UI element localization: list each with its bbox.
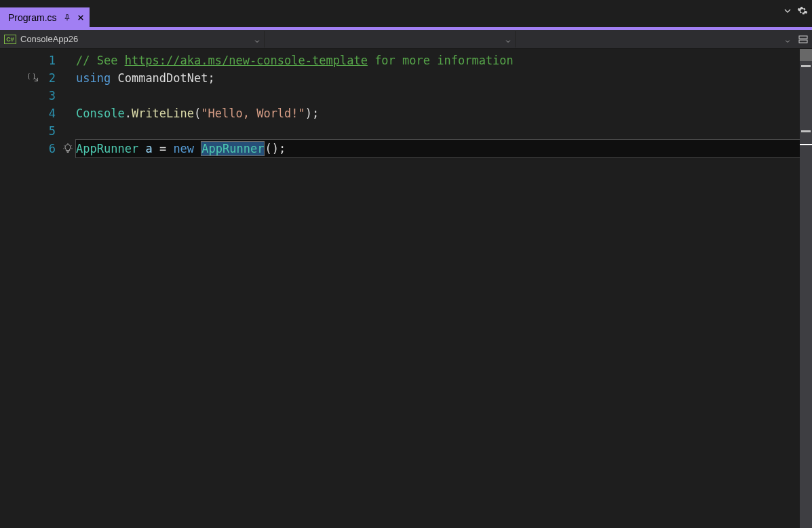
split-editor-icon[interactable] <box>797 33 809 45</box>
line-number: 5 <box>23 122 56 140</box>
chevron-down-icon <box>785 36 790 46</box>
chevron-down-icon <box>254 36 260 46</box>
scope-selector[interactable]: C# ConsoleApp26 <box>0 31 265 48</box>
tab-strip: Program.cs <box>0 0 812 27</box>
tab-program-cs[interactable]: Program.cs <box>0 7 90 27</box>
navigation-bar: C# ConsoleApp26 <box>0 30 812 49</box>
lightbulb-icon[interactable] <box>60 140 76 157</box>
overview-mark <box>801 65 811 67</box>
window-menu-icon[interactable] <box>784 7 792 17</box>
csharp-badge-icon: C# <box>4 35 16 44</box>
editor-window: Program.cs C# ConsoleApp26 <box>0 0 812 528</box>
line-number: 1 <box>23 52 56 69</box>
code-line[interactable] <box>76 122 800 140</box>
overview-mark <box>801 130 811 132</box>
template-link[interactable]: https://aka.ms/new-console-template <box>125 54 368 67</box>
brace-icon: { } <box>27 71 39 85</box>
caret-position-mark <box>800 144 812 145</box>
close-icon[interactable] <box>77 14 84 21</box>
vertical-scrollbar[interactable] <box>800 49 812 528</box>
line-number: 6 <box>23 140 56 157</box>
outline-margin: { } <box>0 49 23 528</box>
line-number-gutter: 1 2 3 4 5 6 <box>23 49 60 528</box>
selection: AppRunner <box>201 141 265 156</box>
code-editor[interactable]: { } 1 2 3 4 5 6 // See https://aka.ms/ne… <box>0 49 812 528</box>
code-line[interactable] <box>76 87 800 105</box>
chevron-down-icon <box>505 36 511 46</box>
svg-rect-1 <box>799 40 807 43</box>
code-line[interactable]: // See https://aka.ms/new-console-templa… <box>76 52 800 69</box>
code-line[interactable]: Console.WriteLine("Hello, World!"); <box>76 105 800 122</box>
glyph-margin <box>60 49 76 528</box>
tab-title: Program.cs <box>8 12 57 23</box>
code-area[interactable]: // See https://aka.ms/new-console-templa… <box>76 49 800 528</box>
code-line-current[interactable]: AppRunner a = new AppRunner(); <box>76 140 800 157</box>
member-selector[interactable] <box>516 31 794 48</box>
scroll-up-button[interactable] <box>800 49 812 61</box>
svg-rect-0 <box>799 36 807 39</box>
line-number: 3 <box>23 87 56 105</box>
type-selector[interactable] <box>265 31 516 48</box>
scope-name: ConsoleApp26 <box>20 34 78 44</box>
code-line[interactable]: using CommandDotNet; <box>76 69 800 87</box>
pin-icon[interactable] <box>64 14 71 21</box>
gear-icon[interactable] <box>797 5 808 18</box>
line-number: 4 <box>23 105 56 122</box>
